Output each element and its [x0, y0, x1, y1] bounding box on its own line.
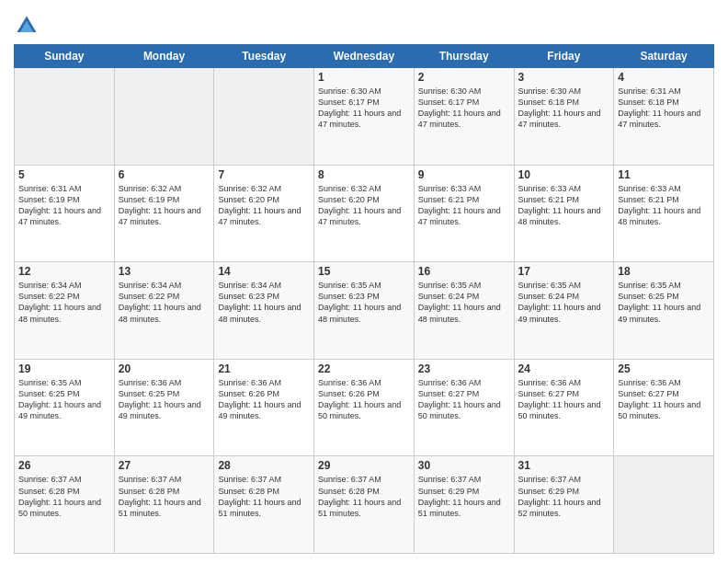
calendar-cell: 3Sunrise: 6:30 AMSunset: 6:18 PMDaylight…	[514, 68, 614, 166]
calendar-cell	[114, 68, 214, 166]
day-number: 12	[18, 265, 110, 278]
day-number: 24	[518, 362, 610, 375]
day-number: 10	[518, 168, 610, 181]
calendar-cell: 17Sunrise: 6:35 AMSunset: 6:24 PMDayligh…	[514, 262, 614, 360]
calendar-week-2: 5Sunrise: 6:31 AMSunset: 6:19 PMDaylight…	[15, 165, 714, 262]
day-number: 8	[318, 168, 410, 181]
cell-content: Sunrise: 6:32 AMSunset: 6:19 PMDaylight:…	[119, 183, 210, 228]
cell-content: Sunrise: 6:34 AMSunset: 6:23 PMDaylight:…	[218, 280, 310, 325]
calendar-week-1: 1Sunrise: 6:30 AMSunset: 6:17 PMDaylight…	[15, 68, 714, 166]
calendar-cell: 4Sunrise: 6:31 AMSunset: 6:18 PMDaylight…	[614, 68, 714, 166]
cell-content: Sunrise: 6:36 AMSunset: 6:27 PMDaylight:…	[518, 377, 610, 422]
header	[14, 9, 714, 39]
day-number: 26	[18, 459, 110, 472]
cell-content: Sunrise: 6:37 AMSunset: 6:28 PMDaylight:…	[18, 474, 110, 519]
day-header-friday: Friday	[514, 45, 614, 68]
calendar-cell: 12Sunrise: 6:34 AMSunset: 6:22 PMDayligh…	[15, 262, 115, 360]
day-number: 3	[518, 71, 610, 84]
day-number: 2	[418, 71, 510, 84]
day-number: 9	[418, 168, 510, 181]
day-header-thursday: Thursday	[414, 45, 514, 68]
cell-content: Sunrise: 6:37 AMSunset: 6:28 PMDaylight:…	[318, 474, 410, 519]
calendar-cell	[214, 68, 314, 166]
day-number: 21	[218, 362, 310, 375]
calendar-cell: 27Sunrise: 6:37 AMSunset: 6:28 PMDayligh…	[114, 456, 214, 554]
calendar-cell: 18Sunrise: 6:35 AMSunset: 6:25 PMDayligh…	[614, 262, 714, 360]
day-number: 6	[119, 168, 210, 181]
cell-content: Sunrise: 6:32 AMSunset: 6:20 PMDaylight:…	[218, 183, 310, 228]
calendar-cell: 2Sunrise: 6:30 AMSunset: 6:17 PMDaylight…	[414, 68, 514, 166]
calendar-cell: 11Sunrise: 6:33 AMSunset: 6:21 PMDayligh…	[614, 165, 714, 262]
day-number: 1	[318, 71, 410, 84]
day-number: 14	[218, 265, 310, 278]
calendar-cell: 22Sunrise: 6:36 AMSunset: 6:26 PMDayligh…	[314, 359, 415, 456]
day-number: 28	[218, 459, 310, 472]
cell-content: Sunrise: 6:36 AMSunset: 6:26 PMDaylight:…	[318, 377, 410, 422]
calendar-cell: 10Sunrise: 6:33 AMSunset: 6:21 PMDayligh…	[514, 165, 614, 262]
calendar-cell: 23Sunrise: 6:36 AMSunset: 6:27 PMDayligh…	[414, 359, 514, 456]
logo-icon	[14, 13, 40, 39]
logo	[14, 13, 42, 39]
calendar-cell: 7Sunrise: 6:32 AMSunset: 6:20 PMDaylight…	[214, 165, 314, 262]
calendar-cell: 19Sunrise: 6:35 AMSunset: 6:25 PMDayligh…	[15, 359, 115, 456]
cell-content: Sunrise: 6:37 AMSunset: 6:28 PMDaylight:…	[119, 474, 210, 519]
cell-content: Sunrise: 6:30 AMSunset: 6:18 PMDaylight:…	[518, 86, 610, 131]
day-header-saturday: Saturday	[614, 45, 714, 68]
day-number: 15	[318, 265, 410, 278]
day-number: 30	[418, 459, 510, 472]
day-number: 4	[618, 71, 710, 84]
calendar-cell: 24Sunrise: 6:36 AMSunset: 6:27 PMDayligh…	[514, 359, 614, 456]
cell-content: Sunrise: 6:35 AMSunset: 6:24 PMDaylight:…	[418, 280, 510, 325]
cell-content: Sunrise: 6:37 AMSunset: 6:29 PMDaylight:…	[418, 474, 510, 519]
cell-content: Sunrise: 6:35 AMSunset: 6:25 PMDaylight:…	[18, 377, 110, 422]
cell-content: Sunrise: 6:33 AMSunset: 6:21 PMDaylight:…	[518, 183, 610, 228]
calendar-cell: 13Sunrise: 6:34 AMSunset: 6:22 PMDayligh…	[114, 262, 214, 360]
day-header-tuesday: Tuesday	[214, 45, 314, 68]
cell-content: Sunrise: 6:31 AMSunset: 6:18 PMDaylight:…	[618, 86, 710, 131]
calendar-cell: 15Sunrise: 6:35 AMSunset: 6:23 PMDayligh…	[314, 262, 415, 360]
day-number: 5	[18, 168, 110, 181]
day-number: 25	[618, 362, 710, 375]
day-number: 13	[119, 265, 210, 278]
cell-content: Sunrise: 6:37 AMSunset: 6:28 PMDaylight:…	[218, 474, 310, 519]
calendar-cell: 9Sunrise: 6:33 AMSunset: 6:21 PMDaylight…	[414, 165, 514, 262]
cell-content: Sunrise: 6:34 AMSunset: 6:22 PMDaylight:…	[119, 280, 210, 325]
calendar-cell: 31Sunrise: 6:37 AMSunset: 6:29 PMDayligh…	[514, 456, 614, 554]
cell-content: Sunrise: 6:37 AMSunset: 6:29 PMDaylight:…	[518, 474, 610, 519]
cell-content: Sunrise: 6:34 AMSunset: 6:22 PMDaylight:…	[18, 280, 110, 325]
day-number: 18	[618, 265, 710, 278]
calendar-cell: 14Sunrise: 6:34 AMSunset: 6:23 PMDayligh…	[214, 262, 314, 360]
cell-content: Sunrise: 6:33 AMSunset: 6:21 PMDaylight:…	[618, 183, 710, 228]
cell-content: Sunrise: 6:35 AMSunset: 6:25 PMDaylight:…	[618, 280, 710, 325]
cell-content: Sunrise: 6:32 AMSunset: 6:20 PMDaylight:…	[318, 183, 410, 228]
day-number: 19	[18, 362, 110, 375]
cell-content: Sunrise: 6:35 AMSunset: 6:24 PMDaylight:…	[518, 280, 610, 325]
day-number: 22	[318, 362, 410, 375]
calendar-cell: 29Sunrise: 6:37 AMSunset: 6:28 PMDayligh…	[314, 456, 415, 554]
calendar-cell: 30Sunrise: 6:37 AMSunset: 6:29 PMDayligh…	[414, 456, 514, 554]
page: SundayMondayTuesdayWednesdayThursdayFrid…	[0, 0, 728, 563]
calendar-cell: 28Sunrise: 6:37 AMSunset: 6:28 PMDayligh…	[214, 456, 314, 554]
cell-content: Sunrise: 6:31 AMSunset: 6:19 PMDaylight:…	[18, 183, 110, 228]
day-number: 16	[418, 265, 510, 278]
calendar-cell: 25Sunrise: 6:36 AMSunset: 6:27 PMDayligh…	[614, 359, 714, 456]
calendar-cell: 16Sunrise: 6:35 AMSunset: 6:24 PMDayligh…	[414, 262, 514, 360]
cell-content: Sunrise: 6:36 AMSunset: 6:27 PMDaylight:…	[418, 377, 510, 422]
calendar-cell: 5Sunrise: 6:31 AMSunset: 6:19 PMDaylight…	[15, 165, 115, 262]
day-number: 20	[119, 362, 210, 375]
calendar-cell: 6Sunrise: 6:32 AMSunset: 6:19 PMDaylight…	[114, 165, 214, 262]
cell-content: Sunrise: 6:33 AMSunset: 6:21 PMDaylight:…	[418, 183, 510, 228]
calendar-cell: 8Sunrise: 6:32 AMSunset: 6:20 PMDaylight…	[314, 165, 415, 262]
day-header-wednesday: Wednesday	[314, 45, 415, 68]
cell-content: Sunrise: 6:36 AMSunset: 6:25 PMDaylight:…	[119, 377, 210, 422]
day-number: 23	[418, 362, 510, 375]
calendar-cell	[15, 68, 115, 166]
cell-content: Sunrise: 6:36 AMSunset: 6:26 PMDaylight:…	[218, 377, 310, 422]
day-number: 31	[518, 459, 610, 472]
calendar-week-5: 26Sunrise: 6:37 AMSunset: 6:28 PMDayligh…	[15, 456, 714, 554]
day-number: 7	[218, 168, 310, 181]
cell-content: Sunrise: 6:30 AMSunset: 6:17 PMDaylight:…	[418, 86, 510, 131]
cell-content: Sunrise: 6:35 AMSunset: 6:23 PMDaylight:…	[318, 280, 410, 325]
cell-content: Sunrise: 6:36 AMSunset: 6:27 PMDaylight:…	[618, 377, 710, 422]
calendar-header-row: SundayMondayTuesdayWednesdayThursdayFrid…	[15, 45, 714, 68]
